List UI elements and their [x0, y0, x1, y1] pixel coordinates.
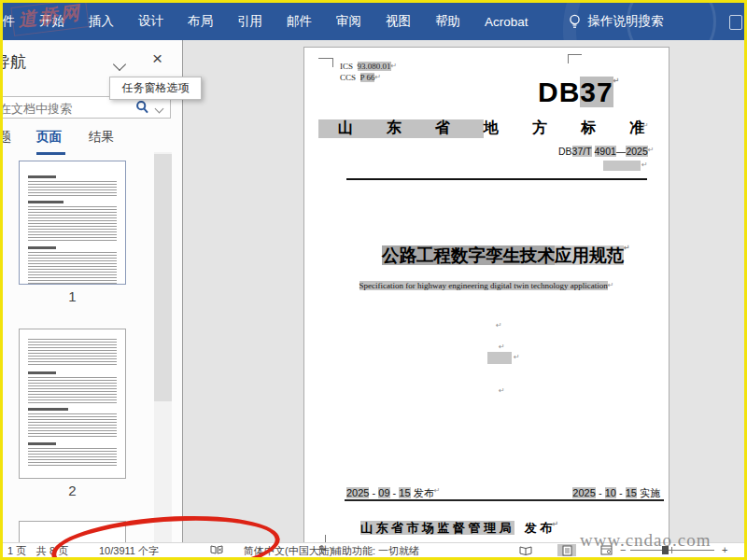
ribbon-tab-review[interactable]: 审阅 — [336, 13, 361, 30]
nav-tab-pages[interactable]: 页面 — [36, 129, 62, 146]
document-page[interactable]: ICS 93.080.01↵ CCS P 66↵ DB37↵ 山东省地方标准 ↵… — [303, 47, 669, 543]
ribbon-tab-view[interactable]: 视图 — [386, 13, 411, 30]
paragraph-mark: ↵ — [391, 62, 398, 70]
pane-options-chevron-icon[interactable] — [113, 58, 126, 71]
ribbon-tab-insert[interactable]: 插入 — [89, 13, 114, 30]
paragraph-mark: ↵ — [496, 321, 502, 329]
ribbon-tab-design[interactable]: 设计 — [138, 13, 163, 30]
thumbnail-2-label: 2 — [19, 483, 126, 498]
margin-mark — [318, 58, 332, 59]
zoom-in-button[interactable]: + — [722, 544, 727, 555]
ccs-value: P 66 — [360, 73, 375, 82]
ribbon-bar: 文件 开始 插入 设计 布局 引用 邮件 审阅 视图 帮助 Acrobat 操作… — [3, 3, 744, 40]
ribbon-tab-layout[interactable]: 布局 — [188, 13, 213, 30]
status-accessibility[interactable]: 辅助功能: 一切就绪 — [331, 544, 419, 558]
margin-mark — [568, 54, 569, 63]
thumb-text-block — [28, 339, 117, 367]
standard-code-logo: DB37↵ — [538, 77, 620, 108]
watermark-emblem-inner — [627, 3, 716, 40]
accessibility-icon[interactable] — [317, 545, 327, 555]
publisher-name: 山东省市场监督管理局 — [360, 521, 514, 535]
thumb-heading-line — [28, 442, 56, 445]
read-mode-button[interactable] — [516, 544, 535, 556]
ics-value: 93.080.01 — [358, 62, 391, 71]
standard-name: 山东省地方标准 — [338, 119, 678, 138]
cover-rule-top — [346, 178, 647, 180]
ribbon-tab-acrobat[interactable]: Acrobat — [485, 15, 529, 29]
navigation-pane-title: 导航 — [3, 51, 26, 73]
margin-mark — [568, 54, 582, 55]
thumb-text-block — [28, 206, 117, 242]
active-tab-underline — [36, 152, 65, 155]
paragraph-mark: ↵ — [641, 161, 648, 169]
paragraph-mark: ↵ — [624, 244, 630, 252]
thumb-heading-line — [28, 408, 68, 411]
publisher-line: 山东省市场监督管理局 发 布↵ — [360, 520, 558, 537]
nav-scrollbar[interactable] — [154, 152, 172, 543]
search-placeholder: 在文档中搜索 — [3, 101, 72, 118]
thumbnail-1-label: 1 — [19, 288, 126, 304]
thumb-text-block — [28, 181, 117, 196]
ribbon-tab-mailings[interactable]: 邮件 — [287, 13, 312, 30]
paragraph-mark: ↵ — [642, 121, 649, 130]
ribbon-tab-references[interactable]: 引用 — [237, 13, 262, 30]
paragraph-mark: ↵ — [514, 353, 520, 361]
thumb-heading-line — [28, 371, 56, 374]
thumb-text-block — [28, 413, 117, 438]
thumb-heading-line — [28, 246, 56, 249]
nav-tab-headings[interactable]: 标题 — [3, 129, 11, 146]
paragraph-mark: ↵ — [648, 146, 655, 154]
document-canvas: ICS 93.080.01↵ CCS P 66↵ DB37↵ 山东省地方标准 ↵… — [183, 40, 744, 543]
highlight-blank — [487, 352, 512, 364]
page-thumbnail-2[interactable] — [19, 329, 126, 479]
publish-word: 发 布 — [525, 521, 553, 535]
cover-rule-bottom — [345, 499, 664, 501]
paragraph-mark: ↵ — [552, 520, 558, 528]
print-layout-button[interactable] — [557, 544, 576, 556]
paragraph-mark: ↵ — [613, 77, 621, 85]
document-subtitle-en: Specification for highway engineering di… — [304, 281, 669, 290]
paragraph-mark: ↵ — [499, 343, 505, 351]
ribbon-tab-help[interactable]: 帮助 — [435, 13, 460, 30]
paragraph-mark: ↵ — [374, 73, 381, 81]
ccs-label: CCS — [340, 73, 356, 82]
thumb-text-block — [28, 448, 117, 467]
share-icon[interactable] — [729, 15, 742, 30]
thumb-heading-line — [28, 175, 56, 178]
highlight-blank — [603, 161, 641, 171]
paragraph-mark: ↵ — [434, 486, 441, 495]
page-thumbnail-1[interactable] — [19, 161, 126, 285]
thumb-text-block — [28, 377, 117, 403]
pane-close-icon[interactable]: × — [152, 49, 162, 69]
search-icon[interactable] — [135, 100, 149, 115]
pane-options-tooltip: 任务窗格选项 — [109, 77, 202, 100]
paragraph-mark: ↵ — [499, 386, 505, 395]
document-title: 公路工程数字孪生技术应用规范↵ — [382, 244, 630, 267]
watermark-site-url: www.cndao.com — [580, 530, 712, 551]
standard-number: DB37/T 4901—2025↵ — [558, 146, 654, 157]
navigation-pane: 导航 × 在文档中搜索 标题 页面 结果 1 — [3, 40, 182, 543]
nav-tab-results[interactable]: 结果 — [89, 129, 114, 146]
nav-scrollbar-thumb[interactable] — [154, 154, 172, 401]
search-options-chevron-icon[interactable] — [155, 105, 164, 114]
ics-label: ICS — [340, 62, 353, 71]
status-page[interactable]: 1 页 — [7, 544, 26, 558]
paragraph-mark: ↵ — [608, 281, 614, 289]
app-window: 文件 开始 插入 设计 布局 引用 邮件 审阅 视图 帮助 Acrobat 操作… — [0, 0, 747, 560]
thumb-heading-line — [28, 201, 63, 203]
issue-date: 2025 - 09 - 15 发布↵ — [346, 486, 440, 500]
implementation-date: 2025 - 10 - 15 实施 — [572, 486, 660, 500]
margin-mark — [332, 58, 333, 67]
margin-mark — [325, 535, 326, 542]
thumb-text-block — [28, 252, 117, 284]
